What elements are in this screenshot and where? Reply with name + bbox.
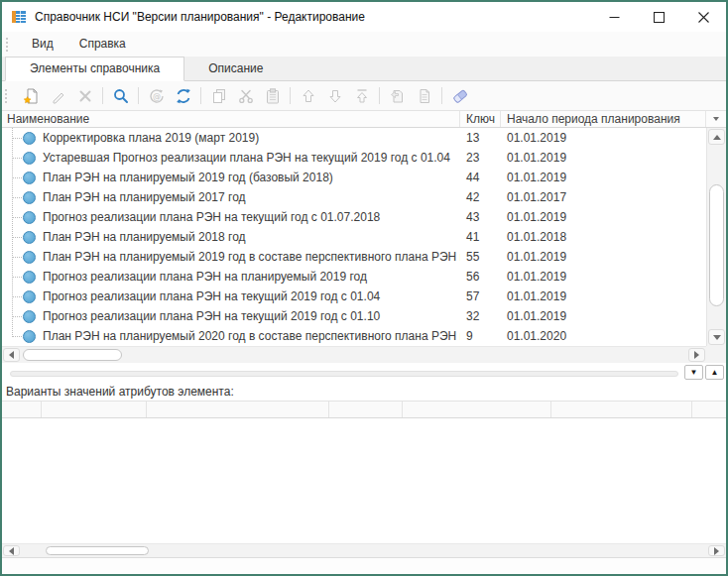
replace-button[interactable]: @ xyxy=(143,84,170,108)
table-row[interactable]: Устаревшая Прогноз реализации плана РЭН … xyxy=(2,148,726,168)
triangle-right-icon xyxy=(694,351,699,359)
copy-button[interactable] xyxy=(205,84,232,108)
element-name: Прогноз реализации плана РЭН на текущий … xyxy=(43,210,380,224)
element-name: Корректировка плана 2019 (март 2019) xyxy=(43,131,259,145)
scroll-up-button[interactable] xyxy=(708,129,725,145)
copy-icon xyxy=(210,87,228,105)
scroll-left-button[interactable] xyxy=(3,348,20,362)
element-start-date: 01.01.2017 xyxy=(501,190,726,204)
search-button[interactable] xyxy=(107,84,134,108)
cell-name: Прогноз реализации плана РЭН на текущий … xyxy=(2,289,460,303)
attributes-column-header[interactable] xyxy=(551,402,692,417)
move-up-arrow-icon xyxy=(300,87,317,105)
menu-help[interactable]: Справка xyxy=(66,34,139,55)
element-name: Прогноз реализации плана РЭН на текущий … xyxy=(43,289,380,303)
column-header-name[interactable]: Наименование xyxy=(2,111,460,127)
tab-description[interactable]: Описание xyxy=(184,58,287,80)
scroll-down-button[interactable] xyxy=(708,329,725,345)
element-start-date: 01.01.2019 xyxy=(501,270,726,284)
table-row[interactable]: Прогноз реализации плана РЭН на текущий … xyxy=(2,287,726,306)
scroll-right-button[interactable] xyxy=(708,545,725,556)
maximize-button[interactable] xyxy=(637,2,681,32)
minimize-button[interactable] xyxy=(592,2,637,32)
menu-view[interactable]: Вид xyxy=(19,34,66,55)
table-row[interactable]: План РЭН на планируемый 2020 год в соста… xyxy=(2,326,726,346)
attributes-column-header[interactable] xyxy=(692,402,726,417)
attributes-column-header[interactable] xyxy=(2,402,42,417)
expand-down-button[interactable]: ▼ xyxy=(684,365,703,380)
element-key: 23 xyxy=(460,151,501,165)
refresh-icon xyxy=(175,87,192,105)
element-key: 43 xyxy=(460,210,501,224)
app-window: Справочник НСИ "Версии планирования" - Р… xyxy=(0,0,728,576)
attributes-horizontal-scrollbar[interactable] xyxy=(2,543,726,557)
move-up-button[interactable] xyxy=(295,84,321,108)
toolbar-separator xyxy=(138,87,139,104)
scroll-right-button[interactable] xyxy=(688,348,705,362)
element-name: План РЭН на планируемый 2018 год xyxy=(43,230,246,244)
column-header-key[interactable]: Ключ xyxy=(460,111,501,127)
horizontal-scrollbar[interactable] xyxy=(2,346,706,363)
element-name: План РЭН на планируемый 2020 год в соста… xyxy=(43,329,460,343)
delete-element-button[interactable] xyxy=(71,84,98,108)
chevron-down-icon xyxy=(713,117,719,121)
import-element-button[interactable] xyxy=(384,84,411,108)
element-start-date: 01.01.2019 xyxy=(501,171,726,184)
svg-text:@: @ xyxy=(153,92,161,101)
table-row[interactable]: План РЭН на планируемый 2019 год в соста… xyxy=(2,247,726,267)
scroll-left-button[interactable] xyxy=(3,545,20,556)
move-down-button[interactable] xyxy=(321,84,348,108)
status-bar xyxy=(2,557,726,574)
toolbar-separator xyxy=(441,87,442,104)
attributes-column-header[interactable] xyxy=(329,402,403,417)
edit-element-button[interactable] xyxy=(45,84,71,108)
tree-stub xyxy=(13,336,22,337)
element-icon xyxy=(23,132,36,145)
table-row[interactable]: Прогноз реализации плана РЭН на текущий … xyxy=(2,306,726,326)
refresh-button[interactable] xyxy=(170,84,196,108)
tree-stub xyxy=(13,177,22,178)
table-row[interactable]: Прогноз реализации плана РЭН на текущий … xyxy=(2,207,726,227)
export-element-button[interactable] xyxy=(411,84,437,108)
toolbar-separator xyxy=(200,87,201,104)
horizontal-scroll-thumb[interactable] xyxy=(23,349,122,361)
attributes-column-header[interactable] xyxy=(403,402,551,417)
clear-button[interactable] xyxy=(446,84,473,108)
add-element-button[interactable] xyxy=(18,84,45,108)
vertical-scroll-thumb[interactable] xyxy=(709,184,724,306)
horizontal-scroll-thumb[interactable] xyxy=(46,546,149,555)
element-start-date: 01.01.2019 xyxy=(501,151,726,165)
column-chooser-button[interactable] xyxy=(706,111,726,127)
table-row[interactable]: План РЭН на планируемый 2017 год 42 01.0… xyxy=(2,187,726,207)
move-to-top-button[interactable] xyxy=(348,84,375,108)
table-row[interactable]: План РЭН на планируемый 2018 год 41 01.0… xyxy=(2,227,726,247)
paste-button[interactable] xyxy=(259,84,286,108)
attributes-grid-header xyxy=(2,401,726,418)
expand-up-button[interactable]: ▲ xyxy=(705,365,724,380)
table-row[interactable]: Корректировка плана 2019 (март 2019) 13 … xyxy=(2,128,726,148)
attributes-column-header[interactable] xyxy=(42,402,147,417)
triangle-down-icon xyxy=(713,335,721,340)
triangle-up-icon: ▲ xyxy=(711,368,719,377)
table-row[interactable]: План РЭН на планируемый 2019 год (базовы… xyxy=(2,168,726,187)
element-key: 57 xyxy=(460,289,501,303)
move-to-top-arrow-icon xyxy=(353,87,371,105)
element-icon xyxy=(23,330,36,343)
tab-directory-elements[interactable]: Элементы справочника xyxy=(5,57,184,81)
table-row[interactable]: Прогноз реализации плана РЭН на планируе… xyxy=(2,267,726,287)
panel-splitter[interactable]: ▼ ▲ xyxy=(2,363,726,383)
splitter-groove[interactable] xyxy=(10,371,678,377)
element-start-date: 01.01.2019 xyxy=(501,250,726,264)
attributes-column-header[interactable] xyxy=(147,402,329,417)
cut-button[interactable] xyxy=(232,84,259,108)
close-button[interactable] xyxy=(681,2,726,32)
element-start-date: 01.01.2019 xyxy=(501,289,726,303)
cell-name: Прогноз реализации плана РЭН на планируе… xyxy=(2,270,460,284)
cell-name: План РЭН на планируемый 2020 год в соста… xyxy=(2,329,460,343)
edit-pencil-icon xyxy=(50,87,67,105)
element-start-date: 01.01.2020 xyxy=(501,329,726,343)
cell-name: План РЭН на планируемый 2018 год xyxy=(2,230,460,244)
menu-bar: Вид Справка xyxy=(2,32,726,57)
column-header-start-period[interactable]: Начало периода планирования xyxy=(501,111,706,127)
vertical-scrollbar[interactable] xyxy=(706,128,726,346)
